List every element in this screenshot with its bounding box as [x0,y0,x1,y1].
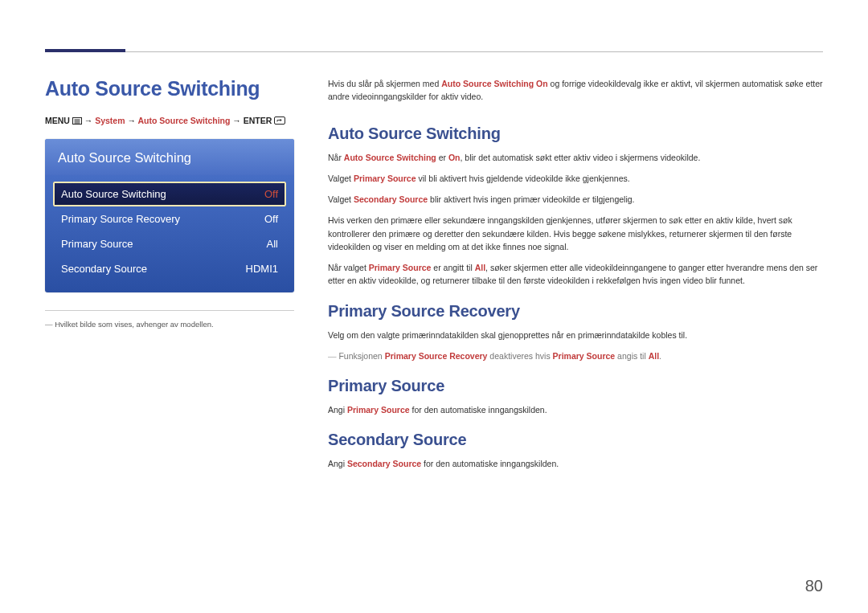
text: for den automatiske inngangskilden. [410,405,547,415]
breadcrumb-arrow: → [127,116,136,125]
osd-row-label: Auto Source Switching [61,188,166,200]
keyword: All [475,263,485,272]
paragraph: Når Auto Source Switching er On, blir de… [328,151,823,164]
heading-primary-source-recovery: Primary Source Recovery [328,302,823,321]
osd-panel: Auto Source Switching Auto Source Switch… [45,139,294,292]
text: angis til [615,351,648,361]
osd-title: Auto Source Switching [45,139,294,175]
breadcrumb-ass: Auto Source Switching [138,116,231,125]
keyword: Secondary Source [347,459,421,468]
text: Funksjonen [338,351,384,361]
text: , blir det automatisk søkt etter aktiv v… [461,153,701,162]
heading-auto-source-switching: Auto Source Switching [328,125,823,143]
text: er [436,153,448,162]
keyword: Auto Source Switching On [441,79,547,88]
footnote: Hvilket bilde som vises, avhenger av mod… [45,319,294,330]
menu-icon [72,116,82,128]
breadcrumb-system: System [95,116,125,125]
paragraph: Angi Secondary Source for den automatisk… [328,457,823,470]
paragraph: Valget Primary Source vil bli aktivert h… [328,172,823,185]
text: for den automatiske inngangskilden. [421,459,559,468]
heading-secondary-source: Secondary Source [328,431,823,449]
right-column: Hvis du slår på skjermen med Auto Source… [328,77,823,479]
osd-row-label: Primary Source Recovery [61,213,180,225]
keyword: Auto Source Switching [344,153,436,162]
left-column: Auto Source Switching MENU → System → Au… [45,77,294,479]
osd-row-secondary-source[interactable]: Secondary Source HDMI1 [53,256,286,281]
note: Funksjonen Primary Source Recovery deakt… [328,349,823,362]
keyword: Primary Source [354,174,416,183]
osd-row-value: All [267,238,278,250]
keyword: Primary Source [369,263,432,272]
paragraph: Når valget Primary Source er angitt til … [328,261,823,288]
paragraph: Hvis verken den primære eller sekundære … [328,214,823,253]
osd-items: Auto Source Switching Off Primary Source… [45,175,294,292]
text: Angi [328,405,347,415]
top-divider-accent [45,49,125,52]
text: Når [328,153,344,162]
osd-row-primary-source-recovery[interactable]: Primary Source Recovery Off [53,206,286,231]
text: vil bli aktivert hvis gjeldende videokil… [416,174,630,183]
top-divider [45,51,823,52]
breadcrumb-arrow: → [84,116,93,125]
osd-row-value: HDMI1 [246,263,278,275]
keyword: All [649,351,659,361]
text: deaktiveres hvis [487,351,552,361]
breadcrumb: MENU → System → Auto Source Switching → … [45,115,294,128]
heading-primary-source: Primary Source [328,377,823,395]
text: blir aktivert hvis ingen primær videokil… [428,194,634,204]
paragraph: Velg om den valgte primærinndatakilden s… [328,329,823,341]
text: . [659,351,661,361]
left-divider [45,310,294,311]
text: er angitt til [431,263,474,272]
keyword: On [448,153,461,162]
page-title: Auto Source Switching [45,77,294,100]
osd-row-value: Off [264,188,278,200]
osd-row-value: Off [264,213,278,225]
svg-rect-4 [275,117,285,125]
page-number: 80 [805,577,823,595]
osd-row-label: Secondary Source [61,263,147,275]
breadcrumb-menu: MENU [45,116,70,125]
page: Auto Source Switching MENU → System → Au… [0,0,868,613]
keyword: Primary Source [347,405,410,415]
paragraph: Angi Primary Source for den automatiske … [328,403,823,416]
osd-row-auto-source-switching[interactable]: Auto Source Switching Off [53,182,286,206]
paragraph: Valget Secondary Source blir aktivert hv… [328,193,823,206]
text: Valget [328,174,354,183]
two-column-layout: Auto Source Switching MENU → System → Au… [45,77,823,479]
intro-paragraph: Hvis du slår på skjermen med Auto Source… [328,77,823,104]
enter-icon [274,116,285,128]
breadcrumb-enter: ENTER [244,116,272,125]
breadcrumb-arrow: → [232,116,241,125]
text: Angi [328,459,347,468]
keyword: Primary Source Recovery [385,351,488,361]
osd-row-label: Primary Source [61,238,133,250]
text: Hvis du slår på skjermen med [328,79,441,88]
keyword: Primary Source [553,351,616,361]
text: Når valget [328,263,369,272]
keyword: Secondary Source [354,194,428,204]
osd-row-primary-source[interactable]: Primary Source All [53,231,286,256]
text: Valget [328,194,354,204]
